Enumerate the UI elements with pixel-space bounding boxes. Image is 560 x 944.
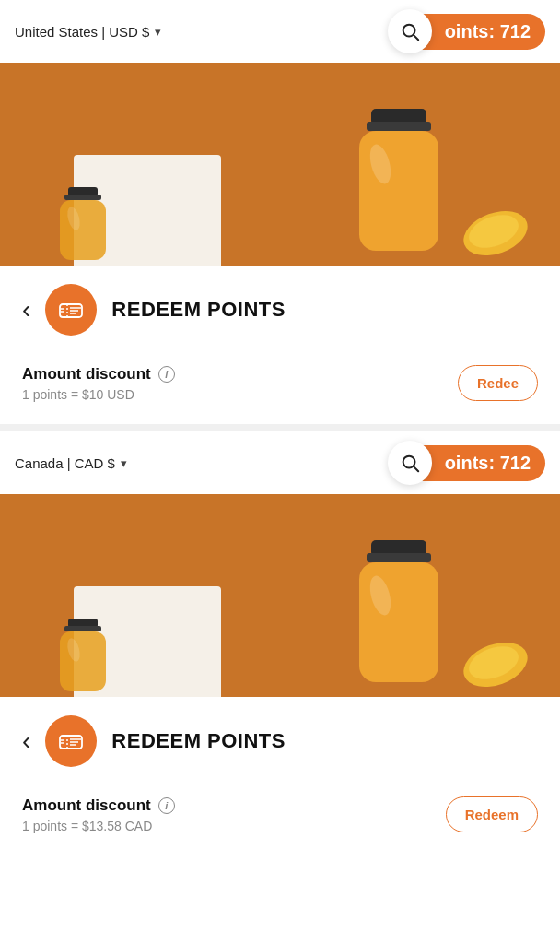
redeem-icon-circle-usd [45, 284, 97, 336]
locale-selector-cad[interactable]: Canada | CAD $ ▾ [15, 455, 127, 471]
header-bar-usd: United States | USD $ ▾ oints: 712 [0, 0, 560, 63]
svg-rect-3 [367, 122, 431, 131]
info-icon-cad[interactable]: i [158, 797, 175, 814]
header-right-cad: oints: 712 [388, 441, 545, 485]
svg-line-20 [414, 466, 418, 471]
points-text-cad: oints: 712 [445, 453, 531, 473]
panel-cad: Canada | CAD $ ▾ oints: 712 [0, 431, 560, 856]
redeem-button-cad[interactable]: Redeem [446, 796, 538, 832]
jar-big-usd [348, 109, 449, 266]
amount-info-cad: Amount discount i 1 points = $13.58 CAD [22, 796, 175, 833]
amount-title-row-cad: Amount discount i [22, 796, 175, 815]
svg-rect-23 [359, 562, 438, 682]
search-icon-cad [400, 453, 420, 473]
svg-rect-8 [60, 200, 106, 260]
svg-line-1 [414, 35, 418, 40]
product-image-usd [0, 63, 560, 266]
header-right-usd: oints: 712 [388, 9, 545, 53]
amount-subtitle-usd: 1 points = $10 USD [22, 387, 175, 402]
amount-subtitle-cad: 1 points = $13.58 CAD [22, 819, 175, 833]
mango-usd [459, 206, 532, 256]
amount-title-label-cad: Amount discount [22, 796, 151, 815]
chevron-down-icon: ▾ [155, 25, 161, 39]
amount-discount-usd: Amount discount i 1 points = $10 USD Red… [0, 354, 560, 424]
product-image-cad [0, 494, 560, 697]
locale-label-usd: United States | USD $ [15, 24, 149, 40]
redeem-section-usd: ‹ REDEEM POINTS [0, 266, 560, 354]
amount-title-label-usd: Amount discount [22, 365, 151, 384]
amount-discount-cad: Amount discount i 1 points = $13.58 CAD … [0, 785, 560, 856]
search-button-cad[interactable] [388, 441, 432, 485]
redeem-button-usd[interactable]: Redee [458, 365, 538, 401]
svg-rect-26 [64, 626, 101, 631]
redeem-section-cad: ‹ REDEEM POINTS [0, 697, 560, 785]
svg-rect-4 [359, 131, 438, 251]
chevron-down-icon-cad: ▾ [121, 456, 127, 470]
points-text-usd: oints: 712 [445, 21, 531, 41]
search-icon [400, 21, 420, 41]
amount-title-row-usd: Amount discount i [22, 365, 175, 384]
locale-selector-usd[interactable]: United States | USD $ ▾ [15, 24, 161, 40]
points-badge-usd: oints: 712 [419, 14, 545, 50]
redeem-title-usd: REDEEM POINTS [111, 298, 286, 322]
jar-small-usd [55, 187, 111, 266]
ticket-icon-usd [58, 297, 84, 323]
back-button-usd[interactable]: ‹ [22, 297, 30, 323]
svg-rect-27 [60, 631, 106, 691]
header-bar-cad: Canada | CAD $ ▾ oints: 712 [0, 431, 560, 494]
locale-label-cad: Canada | CAD $ [15, 455, 115, 471]
ticket-icon-cad [58, 728, 84, 754]
points-badge-cad: oints: 712 [419, 445, 545, 481]
svg-rect-22 [367, 553, 431, 562]
search-button-usd[interactable] [388, 9, 432, 53]
svg-rect-7 [64, 195, 101, 200]
jar-big-cad [348, 540, 449, 697]
amount-info-usd: Amount discount i 1 points = $10 USD [22, 365, 175, 402]
redeem-icon-circle-cad [45, 715, 97, 767]
redeem-title-cad: REDEEM POINTS [111, 729, 286, 753]
jar-small-cad [55, 619, 111, 697]
divider [0, 424, 560, 431]
back-button-cad[interactable]: ‹ [22, 728, 30, 754]
mango-cad [459, 637, 532, 688]
panel-usd: United States | USD $ ▾ oints: 712 [0, 0, 560, 424]
info-icon-usd[interactable]: i [158, 366, 175, 383]
